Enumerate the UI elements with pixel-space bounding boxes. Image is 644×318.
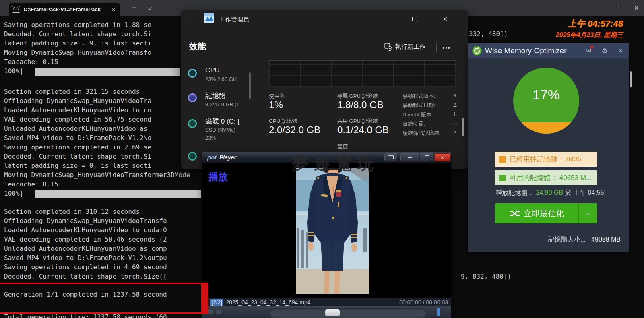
playback-time: 00:00:00 / 00:00:03 [399,299,448,306]
playlist-index-badge: [2/2] [210,299,223,306]
generation-complete-line: Generation 1/1 completed in 1237.58 seco… [4,291,167,300]
task-manager-app-icon [204,13,214,23]
physical-location-value: P. [453,120,458,126]
more-options-button[interactable] [443,47,450,49]
progress-label-1: 100%| [4,67,23,76]
free-memory-swatch [499,175,506,181]
progress-bar-2 [35,190,201,198]
seek-thumb[interactable] [325,309,340,316]
pp-panel-button[interactable] [384,153,397,161]
terminal-tab[interactable]: C:\ D:\FramePack-V1.2\FramePack × [9,3,120,16]
directx-version-value: 1. [453,111,458,117]
run-new-task-button[interactable]: 執行新工作 [384,43,425,51]
used-memory-swatch [499,156,506,163]
memory-sub: 8.2/47.9 GB (1 [205,101,239,107]
gpu-gauge-icon [188,152,197,161]
sidebar-item-memory[interactable] [188,93,197,102]
performance-page-title: 效能 [189,41,206,52]
sidebar-item-disk[interactable] [188,119,197,128]
disk-sub2: 23% [205,135,216,141]
memory-usage-percent: 17% [513,87,579,103]
sidebar-item-cpu[interactable] [188,69,197,78]
sidebar-item-gpu[interactable] [188,152,197,161]
optimize-now-button[interactable]: 立即最佳化 [495,203,597,223]
sidebar-scrollbar[interactable] [249,72,251,99]
free-memory-text: 可用的記憶體： 40653 M... [510,173,592,182]
progress-label-2: 100%| [4,190,23,199]
tab-close-icon[interactable]: × [110,6,117,13]
terminal-tab-title: D:\FramePack-V1.2\FramePack [24,6,110,12]
pp-control-icon[interactable] [208,310,213,314]
free-memory-row: 可用的記憶體： 40653 M... [495,170,597,185]
optimize-dropdown-button[interactable] [579,203,597,223]
dedicated-gpu-memory-value: 1.8/8.0 GB [337,99,384,111]
driver-version-value: 3. [453,93,458,99]
wise-logo-icon [472,46,482,56]
temperature-label: 溫度 [337,143,348,150]
task-manager-window: 工作管理員 × 效能 執行新工作 CPU 23% 2.60 GH 記憶體 8.2… [181,10,468,169]
potplayer-logo: pot [207,154,217,161]
memory-size-label: 記憶體大小... [548,236,586,243]
hw-reserved-memory-label: 硬體保留記憶體: [402,130,441,137]
background-scrollbar-fragment[interactable] [630,71,632,87]
terminal-close-button[interactable]: × [629,0,644,16]
console-fragment-top: 332, 480]) [469,30,508,39]
physical-location-label: 實體位置: [402,120,425,128]
osd-play-text: 播放 [208,170,228,183]
wise-title: Wise Memory Optimizer [485,46,580,55]
console-fragment-bottom: 9, 832, 480]) [461,273,511,282]
clock-date: 2025年4月23日, 星期三 [556,31,623,39]
watermark-text: 夢遊電玩 [292,153,379,175]
tm-maximize-button[interactable] [407,12,423,26]
tab-dropdown-icon[interactable] [148,6,151,9]
cmd-icon: C:\ [12,6,20,13]
terminal-restore-button[interactable] [607,0,626,16]
shuffle-icon [510,209,520,217]
disk-label[interactable]: 磁碟 0 (C: [ [205,117,239,126]
new-tab-button[interactable]: + [132,3,136,11]
gpu-usage-chart [269,60,456,87]
new-task-icon [384,43,392,51]
current-filename: 2025_04_23_04_32_14_694.mp4 [226,299,399,306]
wise-titlebar: Wise Memory Optimizer ✉ ⚙ × [468,43,629,58]
video-area[interactable]: 播放 [202,163,451,298]
memory-gauge-icon [188,93,197,102]
volume-bar[interactable] [437,308,440,316]
header-divider [436,42,437,52]
driver-date-value: 2. [453,102,458,108]
gpu-usage-value: 1% [269,99,283,111]
shared-gpu-memory-label: 共用 GPU 記憶體 [337,118,378,125]
dedicated-gpu-memory-label: 專屬 GPU 記憶體 [337,93,378,100]
video-frame-woman-in-navy-uniform [296,168,369,294]
cpu-label[interactable]: CPU [205,66,220,74]
directx-version-label: DirectX 版本: [402,111,433,118]
tm-close-button[interactable]: × [437,12,453,26]
seek-bar[interactable] [270,308,427,318]
gear-icon[interactable]: ⚙ [597,47,613,55]
memory-label[interactable]: 記憶體 [205,91,226,100]
pp-control-icon[interactable] [216,310,221,314]
tm-content-scrollbar[interactable] [462,118,464,136]
cpu-gauge-icon [188,69,197,78]
released-amount: 24.90 GB [536,189,563,196]
memory-size-line: 記憶體大小...49088 MB [548,235,621,244]
used-memory-text: 已經用掉記憶體： 8435 ... [510,155,589,164]
console-log-block-2: Section completed in 321.15 seconds Offl… [4,88,190,190]
pp-minimize-button[interactable] [400,153,419,161]
hw-reserved-memory-value: 2. [453,130,458,136]
tm-minimize-button[interactable] [374,12,390,26]
pp-close-button[interactable]: × [434,153,450,161]
wise-memory-optimizer-window: Wise Memory Optimizer ✉ ⚙ × 17% 已經用掉記憶體：… [468,43,629,252]
task-manager-title: 工作管理員 [219,16,249,23]
panel-icon [388,155,394,159]
progress-bar-1 [35,68,180,76]
wise-close-button[interactable]: × [613,46,629,55]
hamburger-menu-icon[interactable] [189,15,196,23]
pp-maximize-button[interactable] [420,153,433,161]
notification-dot [590,46,593,49]
mail-icon[interactable]: ✉ [580,47,597,55]
terminal-minimize-button[interactable] [583,0,602,16]
gpu-usage-label: 使用率 [269,93,285,100]
console-log-block-1: Saving operations completed in 1.88 se D… [4,21,151,67]
pp-control-bar [202,306,451,318]
